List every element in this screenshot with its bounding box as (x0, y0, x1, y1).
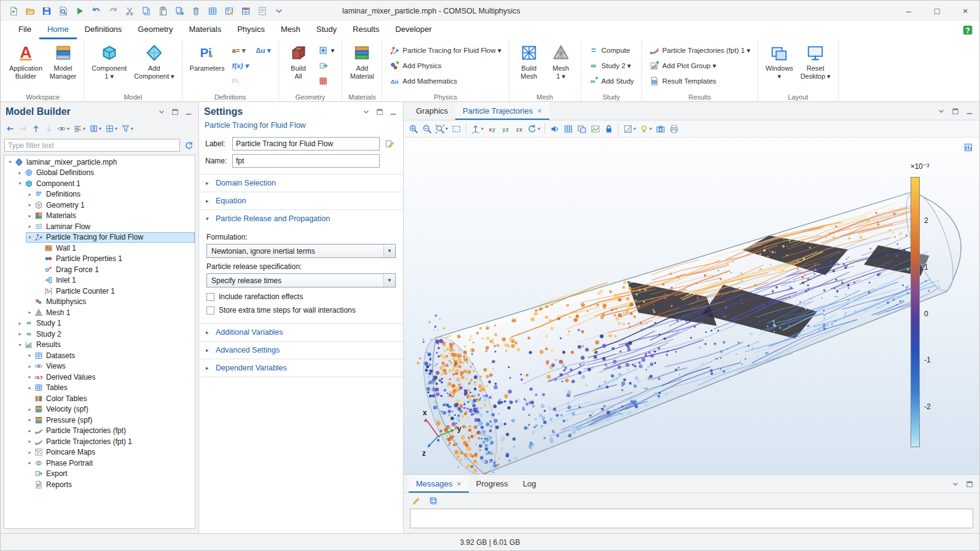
report-table-icon[interactable] (239, 4, 252, 17)
compact-grid-icon[interactable]: ▾ (104, 122, 119, 136)
item-button[interactable]: ▾ (315, 43, 338, 58)
float-panel-icon[interactable] (964, 479, 974, 489)
image-properties-icon[interactable] (589, 122, 602, 136)
menu-materials[interactable]: Materials (181, 21, 229, 39)
move-up-icon[interactable] (30, 122, 42, 136)
tree-item-velocity-spf[interactable]: ▸Velocity (spf) (4, 404, 195, 415)
table-icon[interactable] (206, 4, 219, 17)
tree-expander-icon[interactable]: ▾ (16, 181, 24, 186)
label-input[interactable] (232, 137, 380, 150)
application-builder-button[interactable]: AApplicationBuilder (6, 41, 45, 80)
lock-axes-icon[interactable] (602, 122, 615, 136)
delete-sequence-icon-button[interactable] (315, 74, 338, 88)
tree-item-materials[interactable]: ▸Materials (4, 211, 195, 222)
preview-icon[interactable] (57, 4, 69, 17)
scene-light-icon[interactable]: ▾ (638, 122, 653, 136)
tree-item-laminar-flow[interactable]: ▸Laminar Flow (4, 221, 195, 232)
tree-item-laminar-mixer-particle-mph[interactable]: ▾laminar_mixer_particle.mph (4, 157, 195, 168)
messages-output[interactable] (410, 509, 973, 528)
tree-item-geometry-1[interactable]: ▸Geometry 1 (4, 200, 195, 211)
menu-file[interactable]: File (10, 21, 39, 39)
menu-developer[interactable]: Developer (387, 21, 439, 39)
minimize-panel-icon[interactable] (388, 107, 398, 117)
tree-item-derived-values[interactable]: ▸=8.5Derived Values (4, 372, 195, 383)
add-study-button[interactable]: ∞Add Study (586, 74, 637, 88)
delete-icon[interactable] (189, 4, 202, 17)
tree-item-reports[interactable]: Reports (4, 479, 195, 490)
show-icon[interactable]: ▾ (56, 122, 71, 136)
particle-tracing-for-fluid-flow-button[interactable]: Particle Tracing for Fluid Flow ▾ (386, 43, 504, 58)
compute-button[interactable]: =Compute (586, 43, 637, 58)
log-table-icon[interactable] (256, 4, 269, 17)
tab-particle-trajectories[interactable]: Particle Trajectories× (455, 102, 549, 120)
minimize-panel-icon[interactable] (183, 107, 194, 117)
toolbar-overflow-icon[interactable] (272, 4, 285, 17)
store-extra-time-steps-checkbox[interactable]: Store extra time steps for wall interact… (206, 306, 396, 315)
open-file-icon[interactable] (23, 4, 36, 17)
print-icon[interactable] (667, 122, 680, 136)
tree-expander-icon[interactable]: ▾ (6, 159, 14, 165)
undo-icon[interactable] (90, 4, 103, 17)
chevron-down-icon[interactable] (156, 107, 167, 117)
add-material-button[interactable]: AddMaterial (347, 41, 377, 80)
duplicate-icon[interactable] (173, 4, 186, 17)
chevron-down-icon[interactable] (936, 106, 946, 116)
copy-icon[interactable] (139, 4, 152, 17)
tree-expander-icon[interactable]: ▸ (26, 310, 34, 315)
view-yz-icon[interactable]: yz (499, 122, 512, 136)
tree-item-tables[interactable]: ▸Tables (4, 383, 195, 394)
menu-results[interactable]: Results (345, 21, 387, 39)
chevron-down-icon[interactable] (950, 479, 960, 489)
section-header-equation[interactable]: ▸Equation (199, 192, 403, 209)
help-button[interactable]: ? (962, 25, 973, 36)
tree-item-drag-force-1[interactable]: Drag Force 1 (4, 264, 195, 275)
tree-item-export[interactable]: Export (4, 469, 195, 480)
tab-log[interactable]: Log (515, 475, 544, 493)
tree-expander-icon[interactable]: ▸ (26, 450, 34, 455)
parameters-button[interactable]: PiParameters (187, 41, 228, 80)
tree-item-particle-properties-1[interactable]: Particle Properties 1 (4, 254, 195, 265)
name-input[interactable] (232, 154, 380, 168)
paste-icon[interactable] (156, 4, 169, 17)
tree-expander-icon[interactable]: ▸ (26, 353, 34, 358)
transparency-icon[interactable]: ▾ (622, 122, 637, 136)
zoom-extents-icon[interactable]: ▾ (434, 122, 449, 136)
tree-expander-icon[interactable]: ▸ (26, 202, 34, 208)
go-to-default-view-icon[interactable]: ▾ (469, 122, 485, 136)
edit-label-icon[interactable] (383, 138, 396, 150)
float-panel-icon[interactable] (374, 107, 385, 117)
pi-button[interactable]: Pi (229, 74, 251, 88)
tab-messages[interactable]: Messages× (409, 475, 469, 493)
model-tree-text-icon[interactable]: ▾ (72, 122, 87, 136)
tree-item-particle-tracing-for-fluid-flow[interactable]: ▾Particle Tracing for Fluid Flow (4, 232, 195, 243)
tree-expander-icon[interactable]: ▸ (16, 170, 24, 176)
add-physics-button[interactable]: Add Physics (386, 58, 504, 73)
tree-item-multiphysics[interactable]: Multiphysics (4, 297, 195, 308)
tree-expander-icon[interactable]: ▸ (26, 385, 34, 391)
f-x-button[interactable]: f(x) ▾ (229, 58, 251, 73)
menu-study[interactable]: Study (308, 21, 345, 39)
table-settings-icon[interactable] (222, 4, 235, 17)
zoom-in-icon[interactable] (407, 122, 420, 136)
filter-funnel-icon[interactable]: ▾ (120, 122, 135, 136)
u-button[interactable]: Δu ▾ (253, 43, 273, 58)
columns-icon[interactable]: ▾ (88, 122, 103, 136)
section-header-domain-selection[interactable]: ▸Domain Selection (199, 174, 403, 192)
maximize-button[interactable]: □ (923, 1, 951, 21)
float-panel-icon[interactable] (170, 107, 180, 117)
tree-expander-icon[interactable]: ▸ (26, 460, 34, 466)
menu-definitions[interactable]: Definitions (77, 21, 130, 39)
tree-item-pressure-spf[interactable]: ▸Pressure (spf) (4, 415, 195, 426)
tree-expander-icon[interactable]: ▸ (26, 417, 34, 423)
tree-item-views[interactable]: ▸Views (4, 361, 195, 372)
section-header-advanced-settings[interactable]: ▸Advanced Settings (199, 342, 403, 359)
build-all-button[interactable]: BuildAll (283, 41, 314, 80)
windows-button[interactable]: Windows▾ (762, 41, 796, 80)
formulation-select[interactable]: Newtonian, ignore inertial terms ▼ (206, 244, 396, 258)
model-manager-button[interactable]: ModelManager (47, 41, 79, 80)
view-zx-icon[interactable]: zx (512, 122, 525, 136)
component-1-button[interactable]: Component1 ▾ (88, 41, 130, 80)
clear-messages-icon[interactable] (410, 494, 422, 507)
evaluation-table-icon[interactable] (562, 122, 574, 136)
run-icon[interactable] (73, 4, 86, 17)
